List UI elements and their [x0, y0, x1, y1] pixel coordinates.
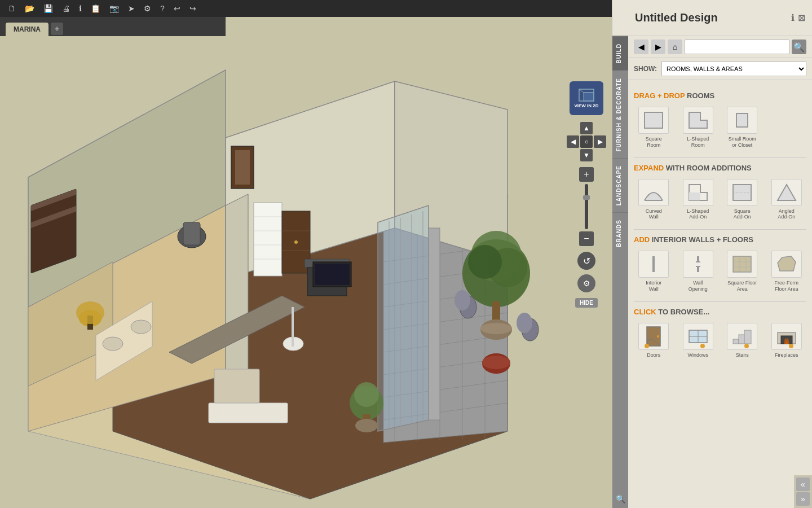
square-addon-icon [727, 179, 757, 206]
tab-marina[interactable]: MARINA [6, 23, 48, 36]
svg-marker-90 [778, 185, 796, 200]
svg-point-67 [517, 313, 532, 333]
reset-view-button[interactable]: ↺ [577, 252, 595, 270]
panel-header-icons: ℹ ⊠ [791, 12, 805, 23]
print-icon[interactable]: 🖨 [60, 3, 72, 14]
pan-center-button[interactable]: ⊙ [580, 135, 593, 148]
expand-grid: CurvedWall L-ShapedAdd-On [634, 177, 806, 223]
nav-back-button[interactable]: ◀ [634, 40, 648, 54]
zoom-out-button[interactable]: − [579, 231, 594, 246]
small-room-label: Small Roomor Closet [729, 136, 756, 148]
l-shaped-addon-icon [683, 179, 713, 206]
svg-rect-110 [739, 335, 744, 344]
right-panel: BUILD FURNISH & DECORATE LANDSCAPE BRAND… [612, 0, 812, 508]
pan-left-button[interactable]: ◀ [567, 135, 579, 148]
screenshot-icon[interactable]: 📷 [107, 3, 121, 14]
tab-furnish-decorate[interactable]: FURNISH & DECORATE [612, 71, 628, 159]
item-square-floor[interactable]: Square FloorArea [722, 248, 762, 295]
panel-search-input[interactable] [685, 40, 789, 54]
item-windows[interactable]: Windows [678, 321, 718, 361]
item-curved-wall[interactable]: CurvedWall [634, 177, 674, 223]
item-angled-addon[interactable]: AngledAdd-On [767, 177, 807, 223]
item-l-shaped-addon[interactable]: L-ShapedAdd-On [678, 177, 718, 223]
square-floor-label: Square FloorArea [727, 280, 757, 292]
new-icon[interactable]: 🗋 [6, 3, 18, 14]
collapse-right-button[interactable]: » [796, 492, 810, 506]
wall-opening-label: WallOpening [689, 280, 708, 292]
panel-info-icon[interactable]: ℹ [791, 12, 795, 23]
svg-point-112 [744, 344, 749, 348]
floorplan-view[interactable] [0, 36, 612, 508]
item-wall-opening[interactable]: WallOpening [678, 248, 718, 295]
svg-rect-87 [689, 192, 700, 200]
item-l-shaped-room[interactable]: L-ShapedRoom [678, 104, 718, 151]
canvas-area[interactable]: VIEW IN 2D ▲ ◀ ⊙ ▶ ▼ + − ↺ ⚙ HIDE [0, 36, 612, 508]
panel-search-submit[interactable]: 🔍 [792, 40, 806, 54]
undo-icon[interactable]: ↩ [171, 3, 183, 14]
expand-normal: WITH ROOM ADDITIONS [666, 164, 752, 172]
hide-button[interactable]: HIDE [575, 298, 598, 308]
fireplaces-icon [771, 323, 802, 350]
divider-3 [634, 301, 806, 302]
interior-normal: INTERIOR WALLS + FLOORS [652, 235, 753, 244]
l-shaped-room-label: L-ShapedRoom [687, 136, 709, 148]
help-icon[interactable]: ? [158, 3, 167, 14]
svg-rect-75 [214, 369, 259, 403]
nav-home-button[interactable]: ⌂ [668, 40, 682, 54]
pan-up-button[interactable]: ▲ [580, 122, 593, 134]
panel-collapse-icon[interactable]: ⊠ [798, 12, 805, 23]
divider-2 [634, 229, 806, 230]
tab-build[interactable]: BUILD [612, 36, 628, 71]
svg-rect-32 [254, 203, 282, 276]
expand-section-title: EXPAND WITH ROOM ADDITIONS [634, 164, 806, 172]
zoom-track[interactable] [585, 184, 588, 229]
svg-marker-101 [778, 256, 796, 271]
panel-search-tab[interactable]: 🔍 [612, 490, 628, 508]
svg-point-40 [294, 240, 298, 244]
svg-point-104 [645, 344, 649, 348]
camera-settings-button[interactable]: ⚙ [577, 274, 595, 292]
item-square-addon[interactable]: SquareAdd-On [722, 177, 762, 223]
open-icon[interactable]: 📂 [23, 3, 37, 14]
square-floor-icon [727, 251, 757, 278]
svg-rect-84 [736, 113, 748, 127]
curved-wall-label: CurvedWall [646, 208, 662, 221]
pan-right-button[interactable]: ▶ [594, 135, 606, 148]
view-2d-button[interactable]: VIEW IN 2D [570, 81, 603, 115]
item-freeform-floor[interactable]: Free-FormFloor Area [767, 248, 807, 295]
collapse-left-button[interactable]: « [796, 478, 810, 491]
item-small-room[interactable]: Small Roomor Closet [722, 104, 762, 151]
redo-icon[interactable]: ↪ [187, 3, 198, 14]
settings-icon[interactable]: ⚙ [142, 3, 153, 14]
small-room-icon [727, 107, 757, 134]
svg-rect-49 [235, 150, 250, 185]
save-icon[interactable]: 💾 [41, 3, 55, 14]
item-interior-wall[interactable]: InteriorWall [634, 248, 674, 295]
pan-down-button[interactable]: ▼ [580, 149, 593, 161]
tab-landscape[interactable]: LANDSCAPE [612, 158, 628, 212]
nav-forward-button[interactable]: ▶ [651, 40, 665, 54]
item-stairs[interactable]: Stairs [722, 321, 762, 361]
zoom-thumb[interactable] [583, 195, 590, 200]
item-fireplaces[interactable]: Fireplaces [767, 321, 807, 361]
svg-point-73 [355, 419, 378, 432]
item-doors[interactable]: Doors [634, 321, 674, 361]
windows-label: Windows [687, 352, 708, 358]
zoom-in-button[interactable]: + [579, 167, 594, 182]
info-icon[interactable]: ℹ [77, 3, 84, 14]
drag-drop-section-title: DRAG + DROP ROOMS [634, 91, 806, 100]
svg-point-115 [789, 344, 793, 348]
doors-label: Doors [647, 352, 660, 358]
windows-icon [683, 323, 713, 350]
item-square-room[interactable]: SquareRoom [634, 104, 674, 151]
add-tab-button[interactable]: + [51, 23, 63, 35]
show-select[interactable]: ROOMS, WALLS & AREAS FURNITURE ALL [661, 62, 806, 76]
tab-brands[interactable]: BRANDS [612, 212, 628, 254]
svg-point-31 [131, 320, 151, 334]
freeform-floor-icon [771, 251, 802, 278]
svg-point-63 [480, 323, 512, 334]
history-icon[interactable]: 📋 [89, 3, 103, 14]
curved-wall-icon [638, 179, 669, 206]
export-icon[interactable]: ➤ [126, 3, 137, 14]
svg-marker-83 [689, 112, 707, 128]
